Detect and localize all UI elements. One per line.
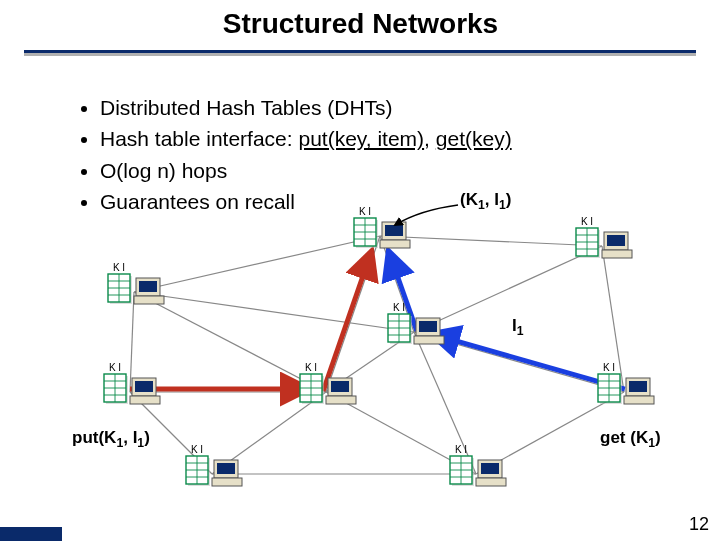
svg-rect-51 [134,296,164,304]
accent-bar [0,527,62,541]
svg-rect-81 [326,396,356,404]
label-i1: I1 [512,316,524,338]
svg-line-19 [323,252,371,391]
svg-text:K  I: K I [109,362,121,373]
network-node: K I [354,206,410,248]
network-diagram: K IK IK IK IK IK IK IK IK I [0,0,721,541]
svg-text:K  I: K I [455,444,467,455]
network-node: K I [388,302,444,344]
network-node: K I [576,216,632,258]
svg-rect-80 [331,381,349,392]
network-node: K I [598,362,654,404]
label-get: get (K1) [600,428,661,450]
svg-rect-111 [476,478,506,486]
svg-rect-40 [607,235,625,246]
svg-rect-70 [135,381,153,392]
svg-line-3 [326,236,380,392]
svg-text:K  I: K I [305,362,317,373]
svg-line-20 [432,334,625,389]
svg-rect-50 [139,281,157,292]
svg-line-7 [134,292,326,392]
svg-text:K  I: K I [581,216,593,227]
svg-text:K  I: K I [603,362,615,373]
svg-rect-101 [212,478,242,486]
svg-rect-90 [629,381,647,392]
svg-line-1 [380,236,602,246]
svg-line-10 [414,332,624,392]
svg-rect-110 [481,463,499,474]
svg-text:K  I: K I [113,262,125,273]
label-put: put(K1, I1) [72,428,150,450]
svg-rect-41 [602,250,632,258]
svg-text:K  I: K I [191,444,203,455]
network-node: K I [300,362,356,404]
svg-rect-30 [385,225,403,236]
label-k1i1: (K1, I1) [460,190,511,212]
svg-text:K  I: K I [359,206,371,217]
svg-line-4 [414,246,602,332]
svg-line-6 [130,292,134,392]
svg-line-8 [134,292,414,332]
svg-rect-100 [217,463,235,474]
svg-text:K  I: K I [393,302,405,313]
svg-rect-60 [419,321,437,332]
network-node: K I [186,444,242,486]
svg-rect-91 [624,396,654,404]
network-node: K I [450,444,506,486]
svg-rect-71 [130,396,160,404]
svg-rect-31 [380,240,410,248]
page-number: 12 [689,514,709,535]
network-node: K I [108,262,164,304]
svg-line-0 [134,236,380,292]
svg-rect-61 [414,336,444,344]
network-node: K I [104,362,160,404]
slide: Structured Networks Distributed Hash Tab… [0,0,721,541]
